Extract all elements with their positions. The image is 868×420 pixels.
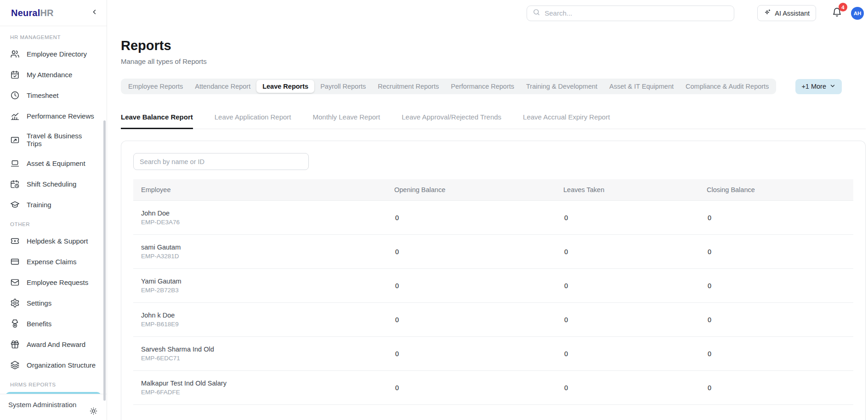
sparkles-icon — [764, 9, 771, 17]
leaves-taken-value: 0 — [562, 214, 706, 221]
closing-balance-value: 0 — [706, 384, 853, 392]
table-row: Malkapur Test Ind Old Salary EMP-6FADFE … — [133, 370, 853, 404]
table-row: sami Gautam EMP-A3281D 0 0 0 — [133, 234, 853, 268]
leaves-taken-value: 0 — [562, 316, 706, 324]
closing-balance-value: 0 — [706, 350, 853, 358]
sidebar-item-award-and-reward[interactable]: Award And Reward — [6, 335, 101, 354]
column-header-leaves-taken: Leaves Taken — [562, 186, 706, 193]
sidebar-item-performance-reviews[interactable]: Performance Reviews — [6, 107, 101, 125]
sun-icon[interactable] — [90, 407, 97, 416]
tab-recruitment-reports[interactable]: Recruitment Reports — [372, 80, 445, 93]
tab-performance-reports[interactable]: Performance Reports — [445, 80, 520, 93]
closing-balance-value: 0 — [706, 316, 853, 324]
tab-training-development[interactable]: Training & Development — [520, 80, 603, 93]
ai-assistant-button[interactable]: AI Assistant — [757, 5, 816, 21]
system-administration-label: System Administration — [8, 401, 76, 409]
sidebar-item-label: Benefits — [27, 320, 51, 328]
topbar: AI Assistant 4 AH — [107, 0, 868, 26]
subtab-leave-application-report[interactable]: Leave Application Report — [215, 113, 291, 129]
employee-search-input[interactable] — [133, 153, 309, 170]
employee-id: EMP-2B72B3 — [141, 287, 393, 294]
column-header-closing-balance: Closing Balance — [706, 186, 853, 193]
sidebar-item-label: Timesheet — [27, 91, 58, 99]
employee-cell: Yami Gautam EMP-2B72B3 — [133, 278, 393, 294]
sidebar-item-travel-business-trips[interactable]: Travel & Business Trips — [6, 127, 101, 152]
table-row: John Doe EMP-DE3A76 0 0 0 — [133, 200, 853, 234]
search-icon — [533, 8, 540, 18]
global-search[interactable] — [527, 6, 734, 21]
closing-balance-value: 0 — [706, 282, 853, 289]
tab-leave-reports[interactable]: Leave Reports — [256, 80, 314, 93]
sidebar-footer: System Administration — [0, 394, 107, 420]
sidebar-item-label: Expense Claims — [27, 258, 76, 266]
sidebar-item-label: Helpdesk & Support — [27, 237, 88, 245]
sidebar-item-organization-structure[interactable]: Organization Structure — [6, 356, 101, 375]
employee-cell: John Doe EMP-DE3A76 — [133, 210, 393, 226]
report-tabstrip: Employee Reports Attendance Report Leave… — [121, 79, 776, 94]
tab-employee-reports[interactable]: Employee Reports — [122, 80, 189, 93]
notifications-button[interactable]: 4 — [832, 7, 842, 19]
employee-name: Yami Gautam — [141, 278, 393, 285]
sidebar-item-shift-scheduling[interactable]: Shift Scheduling — [6, 175, 101, 193]
tab-attendance-report[interactable]: Attendance Report — [189, 80, 256, 93]
closing-balance-value: 0 — [706, 248, 853, 255]
brand-secondary: HR — [40, 8, 53, 18]
report-tabs-row: Employee Reports Attendance Report Leave… — [121, 79, 866, 94]
section-label-hrms-reports: HRMS REPORTS — [10, 382, 96, 387]
employee-name: Sarvesh Sharma Ind Old — [141, 346, 393, 353]
employee-cell: John k Doe EMP-B618E9 — [133, 312, 393, 328]
avatar[interactable]: AH — [851, 7, 864, 20]
opening-balance-value: 0 — [393, 316, 562, 324]
page-content: Reports Manage all types of Reports Empl… — [107, 26, 868, 420]
subtab-leave-accrual-expiry-report[interactable]: Leave Accrual Expiry Report — [523, 113, 610, 129]
leaves-taken-value: 0 — [562, 248, 706, 255]
app-root: NeuralHR HR MANAGEMENT Employee Director… — [0, 0, 868, 420]
more-tabs-label: +1 More — [801, 83, 826, 90]
subtab-leave-balance-report[interactable]: Leave Balance Report — [121, 113, 193, 129]
sidebar-item-training[interactable]: Training — [6, 195, 101, 214]
sidebar-item-label: Employee Directory — [27, 50, 87, 58]
leave-balance-card: Employee Opening Balance Leaves Taken Cl… — [121, 141, 866, 420]
graduation-cap-icon — [10, 200, 20, 210]
employee-name: John k Doe — [141, 312, 393, 319]
leaves-taken-value: 0 — [562, 384, 706, 392]
table-row-partial — [133, 404, 853, 420]
employee-id: EMP-DE3A76 — [141, 219, 393, 226]
table-row: Yami Gautam EMP-2B72B3 0 0 0 — [133, 268, 853, 302]
subtab-leave-approval-rejected-trends[interactable]: Leave Approval/Rejected Trends — [402, 113, 501, 129]
sidebar-collapse-button[interactable] — [91, 8, 98, 17]
clock-icon — [10, 91, 20, 100]
sidebar: NeuralHR HR MANAGEMENT Employee Director… — [0, 0, 107, 420]
subtab-monthly-leave-report[interactable]: Monthly Leave Report — [313, 113, 380, 129]
employee-name: John Doe — [141, 210, 393, 217]
employee-id: EMP-6FADFE — [141, 389, 393, 396]
sidebar-item-settings[interactable]: Settings — [6, 294, 101, 312]
tab-payroll-reports[interactable]: Payroll Reports — [314, 80, 372, 93]
laptop-icon — [10, 159, 20, 168]
opening-balance-value: 0 — [393, 248, 562, 255]
sidebar-scrollbar[interactable] — [103, 120, 106, 401]
table-row: John k Doe EMP-B618E9 0 0 0 — [133, 302, 853, 336]
tab-asset-it-equipment[interactable]: Asset & IT Equipment — [603, 80, 680, 93]
sidebar-item-benefits[interactable]: Benefits — [6, 314, 101, 333]
employee-cell: Sarvesh Sharma Ind Old EMP-6EDC71 — [133, 346, 393, 362]
tab-compliance-audit-reports[interactable]: Compliance & Audit Reports — [680, 80, 775, 93]
sidebar-item-expense-claims[interactable]: Expense Claims — [6, 252, 101, 271]
sidebar-item-timesheet[interactable]: Timesheet — [6, 86, 101, 105]
sidebar-item-label: Organization Structure — [27, 361, 96, 369]
sidebar-item-label: Employee Requests — [27, 278, 88, 286]
more-tabs-button[interactable]: +1 More — [795, 79, 842, 94]
closing-balance-value: 0 — [706, 214, 853, 221]
sidebar-header: NeuralHR — [0, 0, 107, 26]
sidebar-item-label: Asset & Equipment — [27, 159, 85, 167]
sidebar-item-my-attendance[interactable]: My Attendance — [6, 65, 101, 84]
sidebar-item-label: Award And Reward — [27, 341, 85, 348]
sidebar-item-asset-equipment[interactable]: Asset & Equipment — [6, 154, 101, 173]
global-search-input[interactable] — [545, 9, 728, 17]
sidebar-item-helpdesk-support[interactable]: Helpdesk & Support — [6, 232, 101, 250]
travel-ticket-icon — [10, 135, 20, 145]
calendar-clock-icon — [10, 179, 20, 189]
sidebar-item-employee-directory[interactable]: Employee Directory — [6, 45, 101, 63]
chevron-left-icon — [91, 8, 98, 17]
sidebar-item-employee-requests[interactable]: Employee Requests — [6, 273, 101, 292]
